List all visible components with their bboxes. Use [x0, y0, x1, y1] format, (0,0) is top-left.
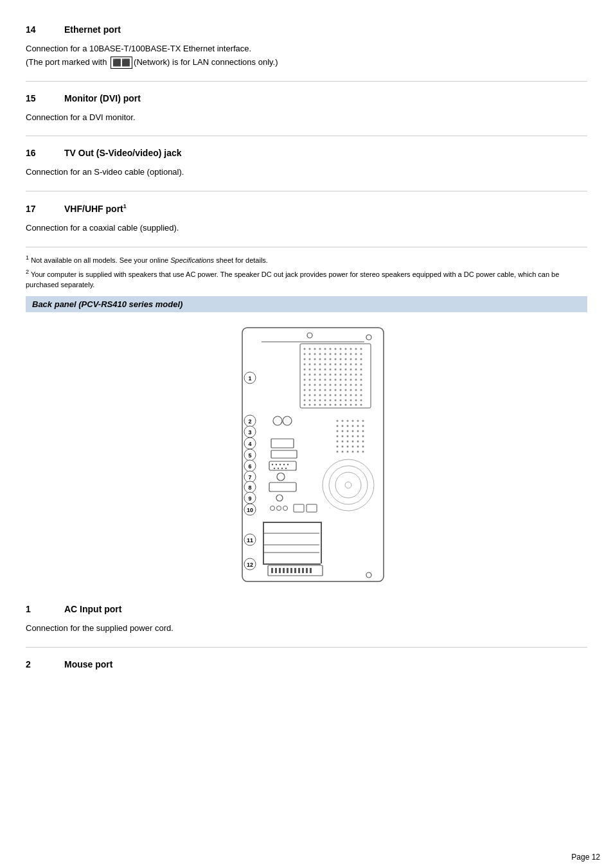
svg-point-31 [319, 359, 321, 360]
svg-point-138 [314, 404, 316, 406]
section-14: 14 Ethernet port Connection for a 10BASE… [26, 24, 587, 69]
svg-point-66 [314, 374, 316, 376]
svg-point-15 [360, 348, 362, 350]
svg-point-101 [309, 389, 311, 391]
divider-16-17 [26, 191, 587, 191]
section-15-body: Connection for a DVI monitor. [26, 111, 587, 125]
page-number: Page 12 [571, 853, 600, 862]
svg-point-105 [330, 389, 332, 391]
svg-point-243 [337, 441, 339, 443]
svg-point-12 [345, 348, 347, 350]
section-bottom-1-body: Connection for the supplied power cord. [26, 622, 587, 635]
svg-point-232 [342, 430, 344, 432]
svg-point-57 [330, 369, 332, 371]
divider-after-17 [26, 247, 587, 247]
svg-point-63 [360, 369, 362, 371]
section-17-body: Connection for a coaxial cable (supplied… [26, 222, 587, 235]
svg-point-29 [309, 359, 311, 360]
svg-rect-214 [302, 568, 304, 573]
svg-point-240 [352, 436, 354, 438]
svg-point-113 [309, 394, 311, 396]
svg-point-112 [304, 394, 306, 396]
svg-point-73 [350, 374, 352, 376]
svg-rect-211 [290, 568, 292, 573]
svg-rect-198 [263, 563, 321, 565]
svg-text:11: 11 [247, 537, 253, 544]
divider-15-16 [26, 136, 587, 136]
svg-point-145 [350, 404, 352, 406]
svg-text:7: 7 [248, 474, 251, 481]
svg-rect-196 [263, 522, 264, 563]
svg-point-126 [314, 400, 316, 402]
footnote-1: 1 Not available on all models. See your … [26, 254, 587, 265]
back-panel-banner: Back panel (PCV-RS410 series model) [26, 296, 587, 312]
svg-point-122 [355, 394, 357, 396]
svg-point-171 [278, 468, 279, 469]
svg-point-75 [360, 374, 362, 376]
svg-point-84 [345, 379, 347, 381]
section-bottom-1-title: AC Input port [64, 604, 121, 614]
svg-point-239 [347, 436, 349, 438]
svg-point-52 [304, 369, 306, 371]
svg-point-94 [335, 384, 337, 386]
svg-point-256 [342, 451, 344, 453]
svg-point-28 [304, 359, 306, 360]
svg-point-88 [304, 384, 306, 386]
svg-rect-209 [283, 568, 285, 573]
svg-point-33 [330, 359, 332, 360]
svg-point-45 [330, 364, 332, 366]
svg-point-254 [362, 446, 364, 448]
section-16-number: 16 [26, 148, 64, 158]
svg-point-123 [360, 394, 362, 396]
svg-point-109 [350, 389, 352, 391]
svg-point-55 [319, 369, 321, 371]
svg-point-128 [324, 400, 326, 402]
svg-point-82 [335, 379, 337, 381]
svg-rect-215 [306, 568, 308, 573]
svg-rect-212 [294, 568, 296, 573]
svg-point-54 [314, 369, 316, 371]
svg-point-244 [342, 441, 344, 443]
svg-point-131 [340, 400, 342, 402]
svg-point-5 [309, 348, 311, 350]
svg-point-246 [352, 441, 354, 443]
svg-point-47 [340, 364, 342, 366]
section-14-title: Ethernet port [64, 24, 121, 35]
svg-point-17 [309, 353, 311, 355]
svg-point-134 [355, 400, 357, 402]
back-panel-diagram: 1 2 3 4 5 6 7 [26, 321, 587, 591]
svg-point-40 [304, 364, 306, 366]
svg-point-20 [324, 353, 326, 355]
svg-point-129 [330, 400, 332, 402]
svg-point-25 [350, 353, 352, 355]
section-bottom-2: 2 Mouse port [26, 659, 587, 669]
section-bottom-1: 1 AC Input port Connection for the suppl… [26, 604, 587, 635]
svg-point-16 [304, 353, 306, 355]
svg-point-242 [362, 436, 364, 438]
svg-point-92 [324, 384, 326, 386]
section-17-number: 17 [26, 204, 64, 214]
svg-text:1: 1 [248, 375, 251, 382]
divider-bottom-1-2 [26, 647, 587, 648]
svg-point-172 [281, 468, 283, 469]
svg-point-4 [304, 348, 306, 350]
svg-text:2: 2 [248, 418, 251, 425]
svg-point-83 [340, 379, 342, 381]
svg-point-167 [280, 464, 281, 465]
footnote-2: 2 Your computer is supplied with speaker… [26, 268, 587, 290]
section-16-title: TV Out (S-Video/video) jack [64, 148, 182, 158]
svg-point-21 [330, 353, 332, 355]
svg-point-137 [309, 404, 311, 406]
svg-point-106 [335, 389, 337, 391]
svg-point-251 [347, 446, 349, 448]
svg-point-116 [324, 394, 326, 396]
svg-point-250 [342, 446, 344, 448]
svg-point-118 [335, 394, 337, 396]
svg-point-247 [357, 441, 359, 443]
svg-point-23 [340, 353, 342, 355]
svg-point-27 [360, 353, 362, 355]
svg-point-26 [355, 353, 357, 355]
svg-point-72 [345, 374, 347, 376]
svg-point-19 [319, 353, 321, 355]
svg-point-9 [330, 348, 332, 350]
